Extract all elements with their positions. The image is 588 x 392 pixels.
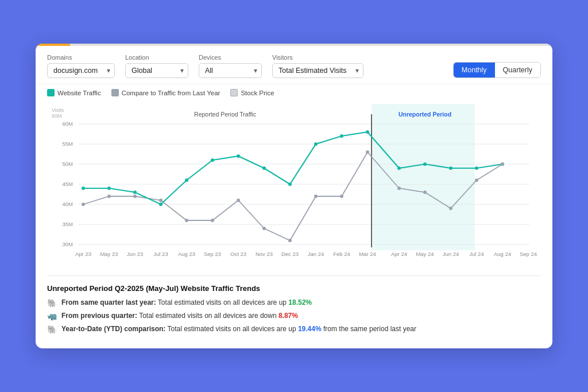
x-label-jun23: Jun 23 [127, 251, 144, 257]
teal-dot-dec23 [288, 183, 292, 186]
summary-item-same-quarter-text: From same quarter last year: Total estim… [61, 298, 312, 306]
teal-dot-jul24 [475, 166, 478, 170]
teal-dot-jun23 [133, 191, 137, 194]
legend-compare-traffic: Compare to Traffic from Last Year [111, 89, 220, 96]
teal-dot-sep23 [211, 158, 214, 162]
y-tick-45m: 45M [63, 181, 74, 187]
summary-section: Unreported Period Q2-2025 (May-Jul) Webs… [36, 276, 552, 348]
ytd-icon: 🐘 [47, 325, 57, 334]
gray-dot-apr23 [82, 203, 85, 206]
x-label-apr23: Apr 23 [75, 251, 91, 257]
x-label-jul23: Jul 23 [153, 251, 168, 257]
teal-dot-oct23 [237, 154, 240, 158]
teal-dot-apr23 [82, 187, 85, 190]
gray-dot-feb24 [340, 195, 343, 198]
chart-area: Visits 60M 60M 55M 50M 45M 40M 35M 30M R… [36, 101, 552, 275]
teal-dot-may24 [423, 162, 427, 166]
visitors-label: Visitors [272, 54, 363, 61]
gray-dot-jul23 [159, 199, 163, 202]
location-select[interactable]: Global [125, 63, 188, 78]
reported-period-label: Reported Period Traffic [194, 111, 256, 118]
stock-price-icon [230, 89, 238, 96]
y-tick-50m: 50M [63, 161, 74, 167]
gray-dot-jan24 [314, 195, 318, 198]
x-label-nov23: Nov 23 [256, 251, 273, 257]
summary-item-prev-quarter-text: From previous quarter: Total estimated v… [61, 312, 298, 320]
gray-dot-jul24 [475, 178, 478, 182]
summary-title: Unreported Period Q2-2025 (May-Jul) Webs… [47, 284, 541, 293]
devices-filter: Devices All [199, 54, 262, 78]
legend-stock-price: Stock Price [230, 89, 274, 96]
x-label-jan24: Jan 24 [308, 251, 324, 257]
filters-row: Domains docusign.com Location Global Dev… [36, 46, 552, 84]
visitors-select[interactable]: Total Estimated Visits [272, 63, 363, 78]
x-label-aug23: Aug 23 [178, 251, 195, 257]
ytd-highlight: 19.44% [298, 325, 322, 333]
same-quarter-icon: 🐘 [47, 298, 57, 308]
summary-item-ytd-text: Year-to-Date (YTD) comparison: Total est… [61, 325, 416, 333]
gray-dot-aug23 [185, 219, 188, 222]
teal-dot-jun24 [449, 166, 452, 170]
summary-item-same-quarter: 🐘 From same quarter last year: Total est… [47, 298, 541, 308]
devices-select[interactable]: All [199, 63, 262, 78]
gray-dot-nov23 [262, 227, 266, 230]
teal-dot-aug23 [185, 178, 188, 182]
y-tick-60m: 60M [63, 121, 74, 127]
teal-dot-mar24 [366, 130, 369, 134]
x-label-feb24: Feb 24 [333, 251, 350, 257]
x-label-may23: May 23 [100, 251, 118, 257]
y-axis-visits-label: Visits [52, 107, 64, 113]
x-label-sep24: Sep 24 [520, 251, 537, 257]
x-label-sep23: Sep 23 [204, 251, 221, 257]
gray-dot-jun24 [449, 207, 452, 210]
y-tick-30m: 30M [63, 241, 74, 247]
domains-select[interactable]: docusign.com [47, 63, 115, 78]
y-axis-60m-label: 60M [52, 113, 62, 119]
website-traffic-label: Website Traffic [57, 90, 101, 96]
gray-dot-mar24 [366, 150, 369, 154]
y-tick-40m: 40M [63, 201, 74, 207]
monthly-button[interactable]: Monthly [454, 63, 495, 77]
teal-dot-feb24 [340, 134, 343, 138]
website-traffic-icon [47, 89, 55, 96]
x-label-oct23: Oct 23 [230, 251, 246, 257]
location-label: Location [125, 54, 188, 61]
devices-label: Devices [199, 54, 262, 61]
visitors-filter: Visitors Total Estimated Visits [272, 54, 363, 78]
stock-price-label: Stock Price [241, 90, 274, 96]
y-tick-35m: 35M [63, 221, 74, 227]
domains-filter: Domains docusign.com [47, 54, 115, 78]
y-tick-55m: 55M [63, 141, 74, 147]
compare-traffic-label: Compare to Traffic from Last Year [122, 90, 220, 96]
unreported-region [372, 104, 475, 250]
x-label-dec23: Dec 23 [281, 251, 299, 257]
legend-website-traffic: Website Traffic [47, 89, 101, 96]
domains-label: Domains [47, 54, 115, 61]
unreported-period-label: Unreported Period [399, 111, 451, 118]
teal-dot-jan24 [314, 142, 318, 146]
x-label-jun24: Jun 24 [443, 251, 459, 257]
x-label-apr24: Apr 24 [391, 251, 407, 257]
gray-dot-jun23 [133, 195, 137, 198]
same-quarter-highlight: 18.52% [288, 298, 312, 306]
x-label-may24: May 24 [416, 251, 434, 257]
gray-dot-sep23 [211, 219, 214, 222]
gray-dot-sep24 [501, 162, 504, 166]
quarterly-button[interactable]: Quarterly [495, 63, 540, 77]
x-label-aug24: Aug 24 [494, 251, 511, 257]
teal-dot-apr24 [397, 166, 401, 170]
view-toggle: Monthly Quarterly [453, 62, 541, 78]
x-label-jul24: Jul 24 [469, 251, 483, 257]
gray-dot-may24 [423, 191, 427, 194]
gray-dot-apr24 [397, 187, 401, 190]
traffic-chart: Visits 60M 60M 55M 50M 45M 40M 35M 30M R… [47, 101, 541, 273]
chart-legend: Website Traffic Compare to Traffic from … [36, 84, 552, 101]
location-filter: Location Global [125, 54, 188, 78]
x-label-mar24: Mar 24 [359, 251, 376, 257]
prev-quarter-icon: 🦏 [47, 312, 57, 321]
main-card: Domains docusign.com Location Global Dev… [36, 44, 552, 348]
prev-quarter-highlight: 8.87% [278, 312, 298, 320]
teal-dot-nov23 [262, 166, 266, 170]
teal-dot-jul23 [159, 203, 163, 206]
summary-item-ytd: 🐘 Year-to-Date (YTD) comparison: Total e… [47, 325, 541, 334]
